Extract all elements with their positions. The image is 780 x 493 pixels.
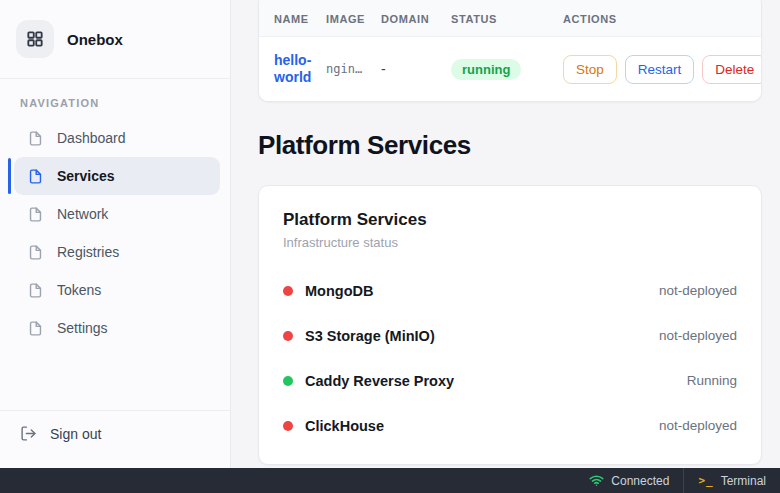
column-header-name: NAME xyxy=(274,13,326,25)
platform-service-row: S3 Storage (MinIO)not-deployed xyxy=(283,313,737,358)
file-icon xyxy=(27,168,44,185)
logout-icon xyxy=(20,425,37,442)
app-window: Onebox NAVIGATION DashboardServicesNetwo… xyxy=(0,0,780,493)
platform-service-status: not-deployed xyxy=(659,283,737,298)
sidebar-item-label: Registries xyxy=(57,244,119,260)
terminal-button[interactable]: >_ Terminal xyxy=(683,468,780,493)
page-title: Platform Services xyxy=(258,130,762,161)
service-status-cell: running xyxy=(451,59,563,80)
column-header-actions: ACTIONS xyxy=(563,13,761,25)
service-domain: - xyxy=(381,61,451,77)
file-icon xyxy=(27,244,44,261)
sidebar-footer: Sign out xyxy=(0,410,230,468)
sidebar: Onebox NAVIGATION DashboardServicesNetwo… xyxy=(0,0,231,468)
status-dot-green xyxy=(283,376,293,386)
table-row: hello-worldngin…-runningStopRestartDelet… xyxy=(259,37,761,101)
status-badge: running xyxy=(451,59,521,80)
platform-services-card: Platform Services Infrastructure status … xyxy=(258,185,762,465)
row-actions: StopRestartDelete xyxy=(563,55,762,84)
file-icon xyxy=(27,320,44,337)
services-table: NAME IMAGE DOMAIN STATUS ACTIONS hello-w… xyxy=(258,0,762,102)
connected-label: Connected xyxy=(611,474,669,488)
sidebar-nav: DashboardServicesNetworkRegistriesTokens… xyxy=(0,119,230,347)
restart-button[interactable]: Restart xyxy=(625,55,695,84)
sidebar-item-tokens[interactable]: Tokens xyxy=(14,271,220,309)
file-icon xyxy=(27,130,44,147)
sign-out-label: Sign out xyxy=(50,426,101,442)
grid-icon xyxy=(25,29,45,49)
sidebar-item-network[interactable]: Network xyxy=(14,195,220,233)
sidebar-item-label: Dashboard xyxy=(57,130,126,146)
sidebar-item-label: Network xyxy=(57,206,108,222)
service-name-link[interactable]: hello-world xyxy=(274,52,326,86)
wifi-icon xyxy=(589,474,604,487)
navigation-section-label: NAVIGATION xyxy=(20,97,210,109)
sidebar-item-label: Settings xyxy=(57,320,108,336)
column-header-domain: DOMAIN xyxy=(381,13,451,25)
card-title: Platform Services xyxy=(283,210,737,230)
onebox-logo xyxy=(16,20,54,58)
table-body: hello-worldngin…-runningStopRestartDelet… xyxy=(259,37,761,101)
sidebar-item-services[interactable]: Services xyxy=(14,157,220,195)
platform-service-status: Running xyxy=(687,373,737,388)
main-panel: NAME IMAGE DOMAIN STATUS ACTIONS hello-w… xyxy=(231,0,780,468)
status-dot-red xyxy=(283,331,293,341)
platform-service-name: Caddy Reverse Proxy xyxy=(305,373,454,389)
table-header-row: NAME IMAGE DOMAIN STATUS ACTIONS xyxy=(259,0,761,37)
platform-service-name: MongoDB xyxy=(305,283,373,299)
status-bar: Connected >_ Terminal xyxy=(0,468,780,493)
brand-name: Onebox xyxy=(67,31,123,48)
column-header-image: IMAGE xyxy=(326,13,381,25)
connection-status: Connected xyxy=(575,468,683,493)
platform-service-row: Caddy Reverse ProxyRunning xyxy=(283,358,737,403)
sidebar-item-registries[interactable]: Registries xyxy=(14,233,220,271)
file-icon xyxy=(27,282,44,299)
file-icon xyxy=(27,206,44,223)
sidebar-item-dashboard[interactable]: Dashboard xyxy=(14,119,220,157)
platform-service-name: ClickHouse xyxy=(305,418,384,434)
terminal-icon: >_ xyxy=(698,474,713,487)
status-dot-red xyxy=(283,286,293,296)
platform-services-list: MongoDBnot-deployedS3 Storage (MinIO)not… xyxy=(283,268,737,448)
delete-button[interactable]: Delete xyxy=(702,55,762,84)
status-dot-red xyxy=(283,421,293,431)
column-header-status: STATUS xyxy=(451,13,563,25)
sidebar-item-label: Services xyxy=(57,168,115,184)
service-image: ngin… xyxy=(326,62,381,76)
card-subtitle: Infrastructure status xyxy=(283,235,737,250)
platform-service-row: ClickHousenot-deployed xyxy=(283,403,737,448)
terminal-label: Terminal xyxy=(721,474,766,488)
platform-service-status: not-deployed xyxy=(659,328,737,343)
stop-button[interactable]: Stop xyxy=(563,55,617,84)
sign-out-button[interactable]: Sign out xyxy=(20,425,210,442)
content-area: Onebox NAVIGATION DashboardServicesNetwo… xyxy=(0,0,780,468)
brand-header: Onebox xyxy=(0,0,230,79)
sidebar-item-label: Tokens xyxy=(57,282,101,298)
platform-service-status: not-deployed xyxy=(659,418,737,433)
platform-service-name: S3 Storage (MinIO) xyxy=(305,328,435,344)
sidebar-item-settings[interactable]: Settings xyxy=(14,309,220,347)
platform-service-row: MongoDBnot-deployed xyxy=(283,268,737,313)
